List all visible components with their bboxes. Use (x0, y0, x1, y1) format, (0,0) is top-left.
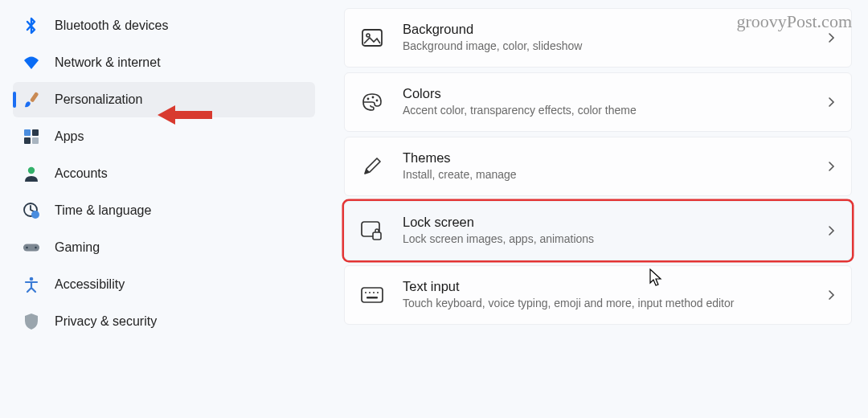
card-subtitle: Touch keyboard, voice typing, emoji and … (403, 296, 828, 311)
sidebar-item-accessibility[interactable]: Accessibility (13, 267, 315, 302)
image-icon (361, 27, 383, 49)
card-subtitle: Background image, color, slideshow (403, 39, 828, 54)
wifi-icon (23, 54, 40, 72)
card-themes[interactable]: Themes Install, create, manage (344, 137, 852, 196)
paintbrush-icon (23, 91, 40, 109)
lock-screen-icon (361, 219, 383, 242)
svg-rect-4 (32, 137, 39, 144)
gamepad-icon (23, 239, 40, 256)
person-icon (23, 165, 40, 182)
card-subtitle: Accent color, transparency effects, colo… (403, 103, 828, 118)
svg-point-15 (372, 96, 375, 99)
svg-point-13 (366, 34, 370, 37)
svg-point-14 (367, 98, 370, 100)
svg-point-21 (369, 292, 371, 293)
card-colors[interactable]: Colors Accent color, transparency effect… (344, 72, 852, 132)
settings-sidebar: Bluetooth & devices Network & internet P… (0, 0, 321, 418)
settings-main-panel: Background Background image, color, slid… (321, 0, 868, 418)
svg-rect-24 (366, 297, 378, 299)
card-title: Text input (403, 279, 828, 294)
chevron-right-icon (828, 289, 835, 301)
svg-point-16 (376, 100, 379, 102)
sidebar-item-privacy[interactable]: Privacy & security (13, 304, 315, 339)
card-text-input[interactable]: Text input Touch keyboard, voice typing,… (344, 265, 852, 325)
svg-point-22 (373, 292, 375, 293)
svg-rect-0 (30, 92, 39, 103)
chevron-right-icon (828, 161, 835, 172)
apps-icon (23, 128, 40, 145)
chevron-right-icon (828, 32, 835, 43)
card-background[interactable]: Background Background image, color, slid… (344, 8, 852, 68)
clock-globe-icon (23, 202, 40, 219)
svg-point-11 (30, 277, 34, 281)
sidebar-item-label: Network & internet (55, 55, 161, 70)
keyboard-icon (361, 284, 383, 306)
sidebar-item-label: Gaming (55, 240, 100, 255)
sidebar-item-bluetooth[interactable]: Bluetooth & devices (13, 8, 315, 43)
svg-point-9 (26, 247, 27, 248)
card-subtitle: Lock screen images, apps, animations (403, 232, 828, 247)
svg-rect-1 (24, 129, 31, 136)
sidebar-item-label: Accounts (55, 166, 108, 181)
sidebar-item-gaming[interactable]: Gaming (13, 230, 315, 265)
svg-point-23 (377, 292, 379, 293)
card-title: Themes (403, 150, 828, 166)
sidebar-item-time-language[interactable]: Time & language (13, 193, 315, 228)
card-title: Background (403, 22, 828, 37)
sidebar-item-label: Privacy & security (55, 314, 157, 329)
svg-rect-3 (24, 137, 31, 144)
svg-rect-8 (23, 244, 39, 251)
sidebar-item-accounts[interactable]: Accounts (13, 156, 315, 191)
sidebar-item-network[interactable]: Network & internet (13, 45, 315, 80)
chevron-right-icon (828, 225, 835, 236)
svg-rect-2 (32, 129, 39, 136)
sidebar-item-label: Personalization (55, 92, 142, 107)
svg-point-20 (365, 292, 366, 293)
card-lock-screen[interactable]: Lock screen Lock screen images, apps, an… (344, 201, 852, 260)
card-subtitle: Install, create, manage (403, 167, 828, 182)
shield-icon (23, 313, 40, 330)
palette-icon (361, 91, 383, 113)
sidebar-item-personalization[interactable]: Personalization (13, 82, 315, 117)
svg-rect-18 (373, 232, 381, 240)
accessibility-icon (23, 276, 40, 293)
chevron-right-icon (828, 96, 835, 108)
card-title: Colors (403, 86, 828, 101)
svg-rect-12 (362, 30, 382, 46)
sidebar-item-label: Apps (55, 129, 84, 144)
sidebar-item-label: Time & language (55, 203, 151, 218)
pen-icon (361, 155, 383, 178)
svg-rect-19 (362, 288, 383, 302)
svg-point-5 (28, 167, 35, 174)
sidebar-item-label: Bluetooth & devices (55, 18, 168, 33)
sidebar-item-label: Accessibility (55, 277, 125, 292)
svg-point-7 (31, 211, 39, 219)
sidebar-item-apps[interactable]: Apps (13, 119, 315, 154)
card-title: Lock screen (403, 215, 828, 230)
bluetooth-icon (23, 17, 40, 35)
svg-point-10 (35, 247, 36, 248)
